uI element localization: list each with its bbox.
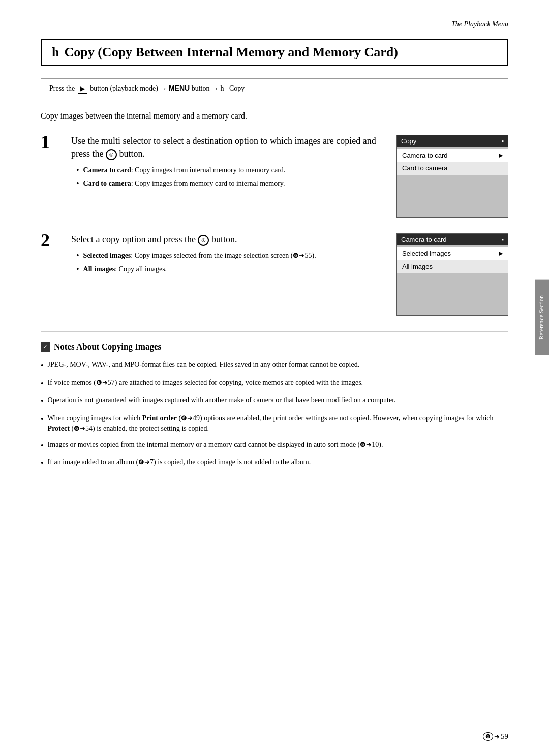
nav-text: Press the ▶ button (playback mode) → MEN…	[49, 84, 245, 94]
screen-1-row-1-arrow: ▶	[499, 152, 503, 159]
step-1-title: Use the multi selector to select a desti…	[71, 135, 386, 160]
ok-button-icon: ®	[106, 149, 117, 160]
notes-item-2: If voice memos (❻➜57) are attached to im…	[41, 377, 508, 390]
ok-button-icon-2: ®	[198, 235, 209, 246]
screen-1-titlebar: Copy ▪	[397, 135, 508, 147]
title-prefix: h	[52, 45, 59, 60]
step-1-content: Use the multi selector to select a desti…	[71, 135, 386, 192]
screen-1-icon: ▪	[501, 137, 504, 145]
step-1-bullets: Camera to card: Copy images from interna…	[71, 165, 386, 188]
screen-2-row-1: Selected images ▶	[397, 247, 508, 260]
notes-title: Notes About Copying Images	[54, 342, 161, 352]
screen-2-bottom	[397, 275, 508, 315]
screen-1-row-2-label: Card to camera	[402, 164, 448, 172]
intro-text: Copy images between the internal memory …	[41, 111, 508, 121]
reference-tab: Reference Section	[535, 280, 549, 355]
notes-item-3-text: Operation is not guaranteed with images …	[48, 395, 396, 405]
screen-1-bottom	[397, 177, 508, 217]
screen-2-titlebar: Camera to card ▪	[397, 234, 508, 245]
screen-1-title: Copy	[401, 137, 416, 145]
notes-item-4: When copying images for which Print orde…	[41, 413, 508, 434]
nav-bar: Press the ▶ button (playback mode) → MEN…	[41, 78, 508, 99]
step-1-number: 1	[41, 133, 61, 151]
step-1-bullet-2: Card to camera: Copy images from memory …	[76, 179, 386, 189]
divider	[41, 331, 508, 332]
screen-2-row-2-label: All images	[402, 263, 433, 270]
notes-checkbox-icon: ✓	[41, 342, 50, 352]
step-2-number: 2	[41, 231, 61, 249]
step-1-section: 1 Use the multi selector to select a des…	[41, 135, 508, 218]
step-2-content: Select a copy option and press the ® but…	[71, 233, 386, 277]
notes-item-5-text: Images or movies copied from the interna…	[48, 439, 383, 450]
main-title: h Copy (Copy Between Internal Memory and…	[41, 39, 508, 66]
notes-item-6-text: If an image added to an album (❻➜7) is c…	[48, 457, 311, 468]
screen-2-row-2: All images	[397, 260, 508, 273]
notes-item-4-text: When copying images for which Print orde…	[48, 413, 508, 434]
step-2-bullets: Selected images: Copy images selected fr…	[71, 251, 386, 274]
screen-1-row-1: Camera to card ▶	[397, 149, 508, 162]
notes-section: ✓ Notes About Copying Images JPEG-, MOV-…	[41, 342, 508, 470]
footer-page-number: 59	[501, 732, 508, 741]
notes-item-1-text: JPEG-, MOV-, WAV-, and MPO-format files …	[48, 359, 360, 370]
screen-1-row-2: Card to camera	[397, 162, 508, 175]
screen-1-row-1-label: Camera to card	[402, 152, 448, 159]
step-2-section: 2 Select a copy option and press the ® b…	[41, 233, 508, 316]
step-2-bullet-1: Selected images: Copy images selected fr…	[76, 251, 386, 261]
notes-item-6: If an image added to an album (❻➜7) is c…	[41, 457, 508, 470]
notes-item-2-text: If voice memos (❻➜57) are attached to im…	[48, 377, 363, 388]
screen-1-body: Camera to card ▶ Card to camera	[397, 147, 508, 177]
footer-icon: ❻	[483, 732, 493, 741]
notes-item-1: JPEG-, MOV-, WAV-, and MPO-format files …	[41, 359, 508, 372]
screen-2-title: Camera to card	[401, 236, 447, 243]
step-2-title: Select a copy option and press the ® but…	[71, 233, 386, 246]
step-1-bullet-1: Camera to card: Copy images from interna…	[76, 165, 386, 176]
step-2-bullet-2: All images: Copy all images.	[76, 264, 386, 274]
screen-2-icon: ▪	[501, 236, 504, 243]
footer-arrow: ➜	[494, 733, 500, 741]
screen-2-row-1-label: Selected images	[402, 250, 451, 257]
notes-header: ✓ Notes About Copying Images	[41, 342, 508, 352]
header-text: The Playback Menu	[451, 20, 508, 28]
ref-tab-text: Reference Section	[538, 295, 545, 340]
notes-item-5: Images or movies copied from the interna…	[41, 439, 508, 452]
playback-icon: ▶	[78, 84, 87, 94]
step-1-screen: Copy ▪ Camera to card ▶ Card to camera	[396, 135, 508, 218]
screen-2-body: Selected images ▶ All images	[397, 245, 508, 275]
page-header: The Playback Menu	[41, 20, 508, 28]
step-2-screen: Camera to card ▪ Selected images ▶ All i…	[396, 233, 508, 316]
page-footer: ❻ ➜ 59	[483, 732, 508, 741]
notes-list: JPEG-, MOV-, WAV-, and MPO-format files …	[41, 359, 508, 470]
title-text: Copy (Copy Between Internal Memory and M…	[64, 45, 398, 60]
notes-item-3: Operation is not guaranteed with images …	[41, 395, 508, 408]
screen-2-row-1-arrow: ▶	[499, 250, 503, 257]
